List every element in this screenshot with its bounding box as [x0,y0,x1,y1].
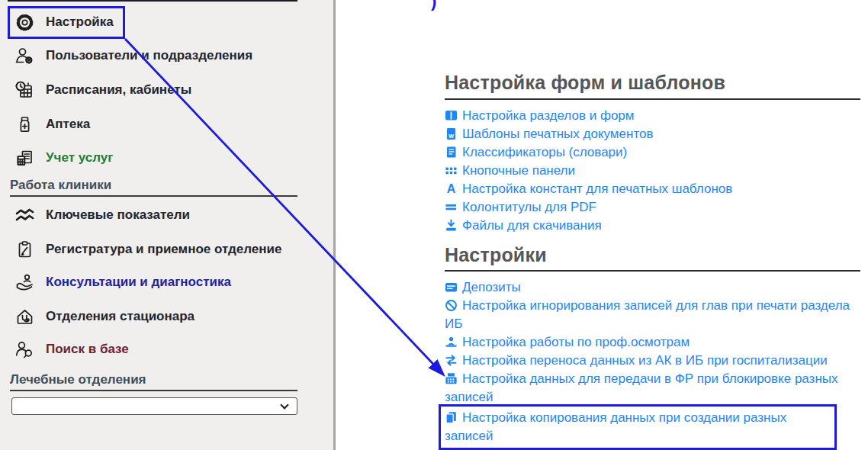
link-label: Настройка разделов и форм [462,108,634,123]
sidebar-item-label: Расписания, кабинеты [46,82,191,98]
sidebar-top-divider [8,0,297,2]
sidebar-item-label: Аптека [46,117,90,132]
block-icon [445,299,458,312]
section-title-forms-templates: Настройка форм и шаблонов [445,72,860,100]
columns-icon [445,109,458,122]
link-label: Классификаторы (словари) [462,145,627,159]
fiscal-register-icon [445,372,458,385]
schedule-clock-icon [13,80,36,101]
sidebar-item-users[interactable]: Пользователи и подразделения [0,40,334,71]
svg-text:A: A [447,182,456,195]
link-label: Настройка игнорирования записей для глав… [445,298,850,331]
gear-icon [13,12,36,33]
truncated-top-fragment: ) [431,0,436,11]
equals-icon [445,201,458,214]
department-select[interactable] [11,397,297,415]
sidebar-item-label: Настройка [46,14,114,30]
sidebar-item-label: Учет услуг [46,150,113,166]
link-button-panels[interactable]: Кнопочные панели [445,162,860,180]
services-calc-icon [13,148,36,169]
link-label: Кнопочные панели [462,163,575,178]
main-content: Настройка форм и шаблонов Настройка разд… [445,0,860,450]
link-label: Настройка переноса данных из АК в ИБ при… [462,353,828,368]
link-data-transfer[interactable]: Настройка переноса данных из АК в ИБ при… [445,352,860,370]
sidebar-item-label: Регистратура и приемное отделение [46,242,282,257]
sidebar-item-settings[interactable]: Настройка [0,7,334,37]
link-print-constants[interactable]: AНастройка констант для печатных шаблоно… [445,180,860,198]
copy-icon [445,411,458,424]
sidebar-item-label: Отделения стационара [46,309,194,324]
sidebar-item-pharmacy[interactable]: Аптека [0,109,334,140]
sidebar-item-registry[interactable]: Регистратура и приемное отделение [0,234,334,265]
link-label: Настройка данных для передачи в ФР при б… [445,371,838,404]
letter-a-icon: A [445,182,458,195]
pharmacy-bottle-icon [13,114,36,135]
sidebar-item-label: Консультации и диагностика [46,275,231,290]
card-icon [445,281,458,294]
link-sections-forms[interactable]: Настройка разделов и форм [445,107,860,125]
sidebar-item-inpatient[interactable]: Отделения стационара [0,301,334,332]
links-group-forms: Настройка разделов и форм wШаблоны печат… [445,107,860,235]
sidebar-item-schedules[interactable]: Расписания, кабинеты [0,75,334,105]
section-title-settings: Настройки [445,244,860,272]
book-lines-icon [445,146,458,159]
sidebar-item-services[interactable]: Учет услуг [0,143,334,173]
sidebar-section-departments: Лечебные отделения [10,372,297,391]
user-gear-icon [13,46,36,66]
link-classifiers[interactable]: Классификаторы (словари) [445,143,860,162]
chart-lines-icon [13,205,36,226]
link-label: Колонтитулы для PDF [462,200,596,214]
link-pdf-headers[interactable]: Колонтитулы для PDF [445,198,860,217]
word-file-icon: w [445,127,458,140]
dots-grid-icon [445,164,458,177]
person-desk-icon [445,336,458,349]
sidebar-item-kpi[interactable]: Ключевые показатели [0,200,334,230]
section-header-label: Лечебные отделения [10,372,146,387]
link-label: Файлы для скачивания [462,218,602,233]
hospital-house-icon [13,307,36,327]
chevron-down-icon [280,400,288,409]
link-deposits[interactable]: Депозиты [445,278,860,297]
sidebar-section-clinic-work: Работа клиники [10,178,297,197]
clipboard-pencil-icon [13,239,36,260]
link-label: Шаблоны печатных документов [462,127,653,141]
link-ignore-records[interactable]: Настройка игнорирования записей для глав… [445,297,860,333]
link-downloads[interactable]: Файлы для скачивания [445,217,860,235]
link-label: Настройка копирования данных при создани… [445,410,786,443]
sidebar-item-label: Ключевые показатели [46,207,190,223]
link-fr-blocking[interactable]: Настройка данных для передачи в ФР при б… [445,370,860,407]
section-header-label: Работа клиники [10,178,111,192]
person-search-icon [13,339,36,360]
care-hand-icon [13,272,36,293]
link-print-templates[interactable]: wШаблоны печатных документов [445,125,860,143]
sidebar-item-search-db[interactable]: Поиск в базе [0,334,334,365]
sidebar-item-consultations[interactable]: Консультации и диагностика [0,267,334,297]
transfer-arrows-icon [445,354,458,367]
link-label: Настройка работы по проф.осмотрам [462,335,690,349]
link-prof-exams[interactable]: Настройка работы по проф.осмотрам [445,333,860,352]
highlighted-link-box: Настройка копирования данных при создани… [439,404,837,450]
sidebar-item-label: Пользователи и подразделения [46,48,252,63]
link-label: Депозиты [462,280,521,294]
sidebar-item-label: Поиск в базе [46,342,129,357]
links-group-settings: Депозиты Настройка игнорирования записей… [445,278,860,450]
sidebar: Настройка Пользователи и подразделения Р [0,0,336,450]
download-icon [445,219,458,232]
svg-text:w: w [448,132,454,140]
link-label: Настройка констант для печатных шаблонов [462,182,732,196]
link-copy-settings[interactable]: Настройка копирования данных при создани… [445,409,831,445]
